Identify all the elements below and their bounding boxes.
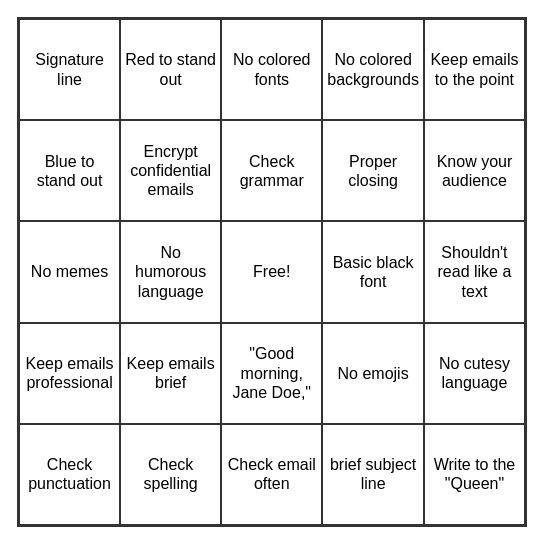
bingo-cell-14: Shouldn't read like a text — [424, 221, 525, 322]
bingo-cell-18: No emojis — [322, 323, 424, 424]
cell-text-15: Keep emails professional — [24, 354, 115, 392]
cell-text-8: Proper closing — [327, 152, 419, 190]
bingo-cell-6: Encrypt confidential emails — [120, 120, 221, 221]
bingo-cell-4: Keep emails to the point — [424, 19, 525, 120]
bingo-cell-20: Check punctuation — [19, 424, 120, 525]
bingo-cell-8: Proper closing — [322, 120, 424, 221]
cell-text-19: No cutesy language — [429, 354, 520, 392]
bingo-cell-10: No memes — [19, 221, 120, 322]
cell-text-5: Blue to stand out — [24, 152, 115, 190]
bingo-cell-0: Signature line — [19, 19, 120, 120]
cell-text-10: No memes — [24, 262, 115, 281]
bingo-cell-15: Keep emails professional — [19, 323, 120, 424]
cell-text-20: Check punctuation — [24, 455, 115, 493]
bingo-cell-3: No colored backgrounds — [322, 19, 424, 120]
bingo-cell-21: Check spelling — [120, 424, 221, 525]
bingo-cell-24: Write to the "Queen" — [424, 424, 525, 525]
bingo-cell-19: No cutesy language — [424, 323, 525, 424]
bingo-cell-13: Basic black font — [322, 221, 424, 322]
cell-text-11: No humorous language — [125, 243, 216, 301]
bingo-cell-5: Blue to stand out — [19, 120, 120, 221]
cell-text-3: No colored backgrounds — [327, 50, 419, 88]
cell-text-2: No colored fonts — [226, 50, 317, 88]
cell-text-22: Check email often — [226, 455, 317, 493]
bingo-cell-9: Know your audience — [424, 120, 525, 221]
cell-text-1: Red to stand out — [125, 50, 216, 88]
bingo-cell-7: Check grammar — [221, 120, 322, 221]
cell-text-17: "Good morning, Jane Doe," — [226, 344, 317, 402]
bingo-cell-17: "Good morning, Jane Doe," — [221, 323, 322, 424]
cell-text-23: brief subject line — [327, 455, 419, 493]
cell-text-7: Check grammar — [226, 152, 317, 190]
cell-text-0: Signature line — [24, 50, 115, 88]
bingo-cell-1: Red to stand out — [120, 19, 221, 120]
cell-text-21: Check spelling — [125, 455, 216, 493]
cell-text-24: Write to the "Queen" — [429, 455, 520, 493]
cell-text-6: Encrypt confidential emails — [125, 142, 216, 200]
cell-text-4: Keep emails to the point — [429, 50, 520, 88]
cell-text-9: Know your audience — [429, 152, 520, 190]
bingo-cell-23: brief subject line — [322, 424, 424, 525]
cell-text-16: Keep emails brief — [125, 354, 216, 392]
bingo-cell-12: Free! — [221, 221, 322, 322]
cell-text-13: Basic black font — [327, 253, 419, 291]
cell-text-18: No emojis — [327, 364, 419, 383]
cell-text-12: Free! — [226, 262, 317, 281]
bingo-board: Signature lineRed to stand outNo colored… — [17, 17, 527, 527]
cell-text-14: Shouldn't read like a text — [429, 243, 520, 301]
bingo-cell-16: Keep emails brief — [120, 323, 221, 424]
bingo-cell-2: No colored fonts — [221, 19, 322, 120]
bingo-cell-22: Check email often — [221, 424, 322, 525]
bingo-cell-11: No humorous language — [120, 221, 221, 322]
